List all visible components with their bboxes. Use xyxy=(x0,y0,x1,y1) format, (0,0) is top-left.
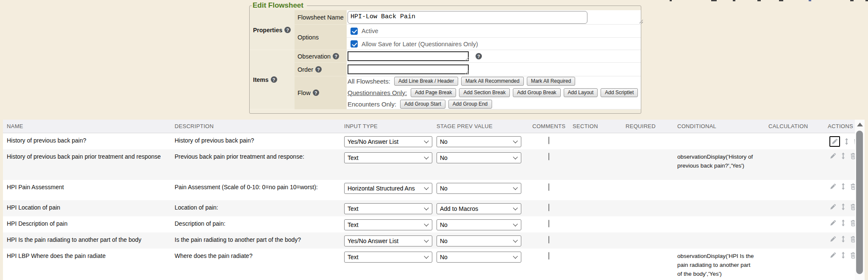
stage-prev-value-select[interactable]: No xyxy=(437,235,521,246)
move-row-icon xyxy=(840,183,846,190)
section-cell xyxy=(569,200,622,216)
order-input[interactable] xyxy=(348,64,469,74)
delete-item-button[interactable] xyxy=(850,235,855,243)
flow-button-mark-all-required[interactable]: Mark All Required xyxy=(527,77,576,86)
edit-item-button[interactable] xyxy=(829,219,837,227)
move-item-button[interactable] xyxy=(840,183,846,190)
observation-input[interactable] xyxy=(348,51,469,61)
move-item-button[interactable] xyxy=(840,252,846,259)
actions xyxy=(828,183,852,190)
flow-button-add-group-end[interactable]: Add Group End xyxy=(448,100,492,109)
delete-item-button[interactable] xyxy=(850,152,855,160)
stage-prev-value-select[interactable]: No xyxy=(437,152,521,163)
help-icon[interactable]: ? xyxy=(476,53,482,59)
stage-prev-value-cell: No xyxy=(433,133,529,150)
help-icon[interactable]: ? xyxy=(271,76,277,83)
input-type-select[interactable]: Text xyxy=(344,252,432,263)
move-row-icon xyxy=(840,203,846,210)
options-label-cell: Options xyxy=(295,25,347,50)
delete-item-button[interactable] xyxy=(850,183,855,190)
move-item-button[interactable] xyxy=(840,219,846,227)
move-item-button[interactable] xyxy=(840,203,846,210)
order-cell xyxy=(347,63,641,76)
edit-item-button[interactable] xyxy=(829,235,837,243)
edit-item-button[interactable] xyxy=(829,203,837,210)
input-type-select[interactable]: Text xyxy=(344,152,432,163)
actions xyxy=(828,152,852,160)
vertical-scrollbar[interactable] xyxy=(855,120,865,280)
flow-button-add-group-break[interactable]: Add Group Break xyxy=(513,88,561,97)
input-type-select[interactable]: Yes/No Answer List xyxy=(344,235,432,246)
stage-prev-value-select[interactable]: No xyxy=(437,219,521,230)
scroll-up-button[interactable] xyxy=(855,120,865,129)
flow-button-add-layout[interactable]: Add Layout xyxy=(564,88,598,97)
flow-button-mark-all-recommended[interactable]: Mark All Recommended xyxy=(461,77,523,86)
stage-prev-value-select[interactable]: No xyxy=(437,183,521,194)
flow-label-cell: Flow ? xyxy=(295,76,347,109)
help-icon[interactable]: ? xyxy=(284,27,291,33)
move-row-icon xyxy=(840,152,846,160)
move-item-button[interactable] xyxy=(840,235,846,243)
item-description-text: Pain Assessment (Scale of 0-10: 0=no pai… xyxy=(175,183,319,191)
stage-prev-value: Add to Macros xyxy=(440,204,512,213)
help-icon[interactable]: ? xyxy=(313,90,319,96)
scrollbar-thumb[interactable] xyxy=(856,131,863,274)
flow-button-add-section-break[interactable]: Add Section Break xyxy=(459,88,509,97)
input-type-select[interactable]: Text xyxy=(344,219,432,230)
column-header-calculation: CALCULATION xyxy=(765,120,824,133)
input-type-select[interactable]: Text xyxy=(344,203,432,214)
chevron-down-icon xyxy=(424,138,428,143)
calculation-cell xyxy=(765,149,824,180)
item-name: History of previous back pain? xyxy=(3,133,171,150)
flow-cell: All Flowsheets:Add Line Break / HeaderMa… xyxy=(347,76,641,109)
comments-checkbox[interactable] xyxy=(548,236,549,244)
move-item-button[interactable] xyxy=(840,152,846,160)
chevron-down-icon xyxy=(513,254,517,258)
flow-button-add-line-break-header[interactable]: Add Line Break / Header xyxy=(394,77,458,86)
actions-cell xyxy=(824,232,855,249)
flow-button-add-group-start[interactable]: Add Group Start xyxy=(400,100,445,109)
cutoff-text-fragment xyxy=(670,0,672,1)
flowsheet-name-label-cell: Flowsheet Name xyxy=(295,10,347,25)
delete-item-button[interactable] xyxy=(850,203,855,210)
stage-prev-value-cell: Add to Macros xyxy=(433,200,529,216)
edit-item-button[interactable] xyxy=(829,183,837,190)
conditional-cell xyxy=(673,133,765,150)
move-item-button[interactable] xyxy=(844,138,849,145)
input-type-select[interactable]: Horizontal Structured Ans xyxy=(344,183,432,194)
resize-handle-icon[interactable] xyxy=(639,20,643,23)
comments-checkbox[interactable] xyxy=(548,220,549,227)
comments-checkbox[interactable] xyxy=(548,153,549,160)
comments-checkbox[interactable] xyxy=(548,252,549,260)
input-type-select[interactable]: Yes/No Answer List xyxy=(344,136,432,147)
comments-checkbox[interactable] xyxy=(548,204,549,211)
table-row: HPI Location of painLocation of pain:Tex… xyxy=(3,200,855,216)
option-checkbox-active[interactable] xyxy=(351,28,358,35)
flowsheet-name-textarea[interactable]: HPI-Low Back Pain xyxy=(348,11,587,24)
comments-cell xyxy=(529,133,569,150)
item-description: Is the pain radiating to another part of… xyxy=(171,232,340,249)
table-row: HPI Description of painDescription of pa… xyxy=(3,216,855,232)
item-name-text: HPI LBP Where does the pain radiate xyxy=(7,252,161,260)
stage-prev-value-select[interactable]: No xyxy=(437,136,521,147)
option-checkbox-allow-save[interactable] xyxy=(351,40,358,48)
table-row: History of previous back pain prior trea… xyxy=(3,149,855,180)
flow-button-add-scriptlet[interactable]: Add Scriptlet xyxy=(601,88,638,97)
flow-button-add-page-break[interactable]: Add Page Break xyxy=(411,88,456,97)
stage-prev-value: No xyxy=(440,137,512,146)
help-icon[interactable]: ? xyxy=(315,66,322,73)
table-row: HPI Is the pain radiating to another par… xyxy=(3,232,855,249)
stage-prev-value-select[interactable]: Add to Macros xyxy=(437,203,521,214)
stage-prev-value-select[interactable]: No xyxy=(437,252,521,263)
help-icon[interactable]: ? xyxy=(333,53,339,59)
flowsheet-properties-form: Properties ? Flowsheet Name HPI-Low Back… xyxy=(250,10,641,109)
column-header-required: REQUIRED xyxy=(622,120,673,133)
delete-item-button[interactable] xyxy=(850,219,855,227)
comments-checkbox[interactable] xyxy=(548,137,549,144)
comments-checkbox[interactable] xyxy=(548,183,549,191)
delete-item-button[interactable] xyxy=(850,252,855,259)
edit-item-button[interactable] xyxy=(829,152,837,160)
edit-item-button[interactable] xyxy=(829,252,837,259)
edit-item-button[interactable] xyxy=(831,138,838,145)
calculation-cell xyxy=(765,133,824,150)
